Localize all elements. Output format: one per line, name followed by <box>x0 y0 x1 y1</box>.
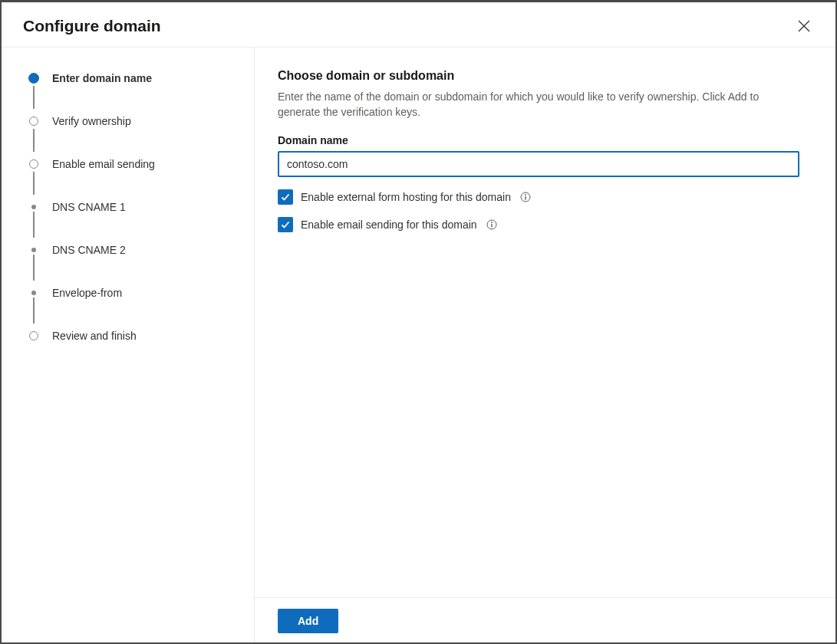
step-envelope-from[interactable]: Envelope-from <box>29 284 239 302</box>
step-connector <box>33 255 35 281</box>
svg-point-6 <box>491 222 493 223</box>
step-connector <box>33 172 35 195</box>
step-label: Verify ownership <box>52 115 131 127</box>
enable-email-sending-label: Enable email sending for this domain <box>301 219 477 231</box>
enable-form-hosting-label: Enable external form hosting for this do… <box>301 191 511 203</box>
add-button[interactable]: Add <box>278 609 338 633</box>
svg-point-3 <box>525 194 526 196</box>
step-enable-email-sending[interactable]: Enable email sending <box>29 155 239 173</box>
close-icon <box>797 19 811 33</box>
step-connector <box>33 129 35 152</box>
wizard-sidebar: Enter domain name Verify ownership Enabl… <box>2 48 255 642</box>
step-label: Envelope-from <box>52 287 122 299</box>
step-dot-icon <box>28 73 39 84</box>
panel-header: Configure domain <box>2 2 835 48</box>
panel-footer: Add <box>255 597 835 642</box>
panel-body: Enter domain name Verify ownership Enabl… <box>2 48 835 642</box>
step-dot-icon <box>31 291 36 295</box>
step-dot-icon <box>31 205 36 209</box>
step-dns-cname-1[interactable]: DNS CNAME 1 <box>29 198 239 216</box>
panel-title: Configure domain <box>23 17 161 35</box>
enable-email-sending-checkbox[interactable] <box>278 217 293 232</box>
step-connector <box>33 212 35 238</box>
step-dns-cname-2[interactable]: DNS CNAME 2 <box>29 241 239 259</box>
checkbox-row-form-hosting: Enable external form hosting for this do… <box>278 189 805 205</box>
wizard-steps: Enter domain name Verify ownership Enabl… <box>29 69 239 345</box>
svg-rect-7 <box>491 224 492 228</box>
step-label: DNS CNAME 1 <box>52 201 126 213</box>
step-dot-icon <box>29 331 38 340</box>
section-description: Enter the name of the domain or subdomai… <box>278 89 799 120</box>
step-review-and-finish[interactable]: Review and finish <box>29 327 239 345</box>
section-title: Choose domain or subdomain <box>278 69 805 83</box>
step-dot-icon <box>29 159 38 169</box>
info-icon[interactable] <box>520 192 531 202</box>
domain-name-input[interactable] <box>278 151 799 177</box>
step-label: Review and finish <box>52 330 137 342</box>
main-content: Choose domain or subdomain Enter the nam… <box>255 48 835 597</box>
svg-rect-4 <box>525 196 526 200</box>
main-column: Choose domain or subdomain Enter the nam… <box>255 48 835 642</box>
step-verify-ownership[interactable]: Verify ownership <box>29 112 239 130</box>
step-label: Enter domain name <box>52 72 152 84</box>
checkbox-row-email-sending: Enable email sending for this domain <box>278 217 805 232</box>
checkmark-icon <box>280 192 291 202</box>
info-icon[interactable] <box>486 219 497 230</box>
domain-name-label: Domain name <box>278 134 805 146</box>
step-dot-icon <box>29 117 38 126</box>
configure-domain-panel: Configure domain Enter domain name Verif… <box>0 0 837 644</box>
step-connector <box>33 297 35 324</box>
step-connector <box>33 86 35 109</box>
step-label: Enable email sending <box>52 158 155 170</box>
checkmark-icon <box>280 219 291 230</box>
step-enter-domain-name[interactable]: Enter domain name <box>29 69 239 87</box>
step-dot-icon <box>31 248 36 252</box>
step-label: DNS CNAME 2 <box>52 244 126 256</box>
close-button[interactable] <box>794 16 814 36</box>
enable-form-hosting-checkbox[interactable] <box>278 189 293 205</box>
